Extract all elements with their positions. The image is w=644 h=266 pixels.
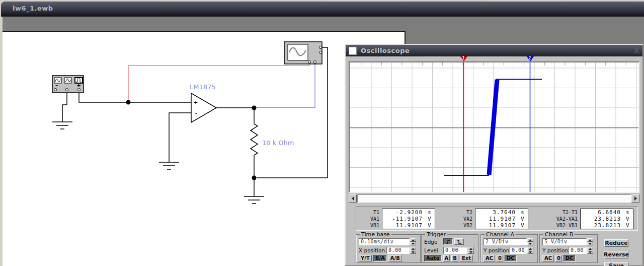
- spinner-up-icon[interactable]: [410, 247, 416, 250]
- scroll-right-button[interactable]: [631, 194, 639, 203]
- channel-b-scale-field[interactable]: 5 V/Div: [542, 238, 587, 245]
- fg-minus-terminal[interactable]: [54, 89, 57, 91]
- resistor-value-label[interactable]: 10 k Ohm: [262, 139, 294, 147]
- trigger-ext-button[interactable]: Ext: [460, 255, 473, 261]
- readout-value-box: -2.9200s -11.9107V -11.9107V: [382, 209, 435, 229]
- ground-symbol[interactable]: [159, 162, 179, 169]
- ground-symbol[interactable]: [52, 122, 72, 129]
- wire-opamp-minus-to-ground[interactable]: [169, 113, 191, 162]
- scroll-left-button[interactable]: [349, 194, 357, 203]
- mode-ab-button[interactable]: A/B: [388, 255, 402, 261]
- trigger-label: Trigger: [425, 231, 447, 238]
- save-button[interactable]: Save: [604, 262, 628, 266]
- channel-a-zero-button[interactable]: 0: [497, 255, 503, 261]
- channel-a-scale-field[interactable]: 2 V/Div: [484, 238, 527, 245]
- left-arrow-icon: [352, 196, 354, 201]
- spinner-up-icon[interactable]: [410, 238, 416, 242]
- function-generator-icon[interactable]: - +: [52, 76, 84, 93]
- spinner-down-icon[interactable]: [587, 242, 593, 245]
- mode-yt-button[interactable]: Y/T: [359, 255, 372, 261]
- mode-ba-button[interactable]: B/A: [373, 255, 387, 261]
- readout-group-3: T2-T1 VA2-VA1 VB2-VB1 6.6840s 23.8213V 2…: [548, 209, 633, 229]
- scope-horizontal-scrollbar[interactable]: [349, 194, 639, 203]
- channel-a-y-position-spinner[interactable]: [527, 247, 533, 254]
- cursor-2-marker[interactable]: 2: [527, 56, 534, 61]
- scope-ground-terminal[interactable]: [319, 46, 322, 49]
- channel-b-scale-spinner[interactable]: [587, 238, 593, 245]
- scope-channel-b-terminal[interactable]: [314, 61, 316, 63]
- oscilloscope-icon[interactable]: [284, 42, 322, 64]
- channel-a-ac-button[interactable]: AC: [484, 255, 495, 261]
- readout-group-1: T1 VA1 VB1 -2.9200s -11.9107V -11.9107V: [363, 209, 435, 229]
- channel-a-y-position-field[interactable]: 0.00: [510, 247, 527, 254]
- wire-fg-common-to-ground[interactable]: [62, 91, 67, 122]
- wire-fg-plus-to-node[interactable]: [79, 91, 128, 102]
- spinner-down-icon[interactable]: [587, 250, 593, 254]
- reverse-button[interactable]: Reverse: [604, 251, 628, 258]
- rising-edge-icon: [446, 240, 451, 244]
- spinner-up-icon[interactable]: [527, 247, 533, 250]
- trigger-a-button[interactable]: A: [443, 255, 450, 261]
- wire-channel-a[interactable]: [128, 63, 309, 102]
- readout-value: 6.6840: [581, 209, 626, 216]
- resistor[interactable]: [251, 108, 258, 178]
- channel-b-zero-button[interactable]: 0: [555, 255, 562, 261]
- spinner-down-icon[interactable]: [468, 250, 474, 254]
- trigger-b-button[interactable]: B: [451, 255, 458, 261]
- channel-b-y-position-field[interactable]: 0.00: [569, 247, 587, 254]
- trigger-auto-button[interactable]: Auto: [424, 255, 442, 261]
- reduce-button[interactable]: Reduce: [604, 239, 628, 247]
- time-base-scale-field[interactable]: 0.10ms/div: [359, 238, 410, 245]
- readout-value: 23.8213: [581, 222, 626, 229]
- opamp-label[interactable]: LM1875: [190, 83, 216, 91]
- scope-channel-a-terminal[interactable]: [308, 61, 311, 63]
- close-icon[interactable]: X: [633, 46, 639, 55]
- scrollbar-track[interactable]: [357, 194, 631, 203]
- readout-value: 11.9107: [475, 216, 521, 222]
- fg-plus-terminal[interactable]: [78, 89, 80, 91]
- spinner-down-icon[interactable]: [527, 242, 533, 245]
- y-position-label: Y position: [542, 247, 569, 253]
- channel-a-dc-button[interactable]: DC: [505, 255, 517, 261]
- x-position-label: X position: [359, 247, 386, 253]
- wire-scope-ground[interactable]: [257, 47, 328, 178]
- readout-label: VA2-VA1: [548, 216, 578, 222]
- spinner-up-icon[interactable]: [468, 247, 474, 250]
- spinner-up-icon[interactable]: [587, 238, 593, 242]
- edge-label: Edge: [424, 239, 443, 245]
- trigger-group: Trigger Edge Level 0.00 Auto: [421, 234, 478, 263]
- trigger-level-field[interactable]: 0.00: [443, 247, 467, 254]
- opamp-plus-input-label: +: [194, 99, 198, 106]
- x-position-spinner[interactable]: [410, 247, 416, 254]
- fg-common-terminal[interactable]: [66, 89, 68, 91]
- spinner-down-icon[interactable]: [410, 250, 416, 254]
- channel-a-scale-spinner[interactable]: [527, 238, 533, 245]
- time-base-scale-spinner[interactable]: [410, 238, 416, 245]
- readout-value: 3.7640: [475, 209, 521, 216]
- scope-grid-and-trace: [350, 62, 638, 192]
- channel-b-y-position-spinner[interactable]: [587, 247, 593, 254]
- trigger-rising-edge-button[interactable]: [443, 238, 453, 245]
- trigger-falling-edge-button[interactable]: [454, 238, 464, 245]
- x-position-field[interactable]: 0.00: [386, 247, 410, 254]
- cursor-1-marker[interactable]: 1: [460, 56, 467, 61]
- readout-unit: V: [626, 216, 633, 222]
- channel-b-dc-button[interactable]: DC: [564, 255, 576, 261]
- readout-value-box: 3.7640s 11.9107V 11.9107V: [475, 209, 528, 229]
- spinner-down-icon[interactable]: [527, 250, 533, 254]
- spinner-up-icon[interactable]: [527, 238, 533, 242]
- opamp-lm1875[interactable]: + -: [191, 93, 216, 122]
- readout-label: T1: [363, 209, 379, 216]
- oscilloscope-titlebar[interactable]: Oscilloscope X: [346, 45, 642, 56]
- trigger-level-spinner[interactable]: [468, 247, 474, 254]
- wire-channel-b[interactable]: [254, 63, 315, 108]
- readout-group-2: T2 VA2 VB2 3.7640s 11.9107V 11.9107V: [455, 209, 528, 229]
- channel-b-ac-button[interactable]: AC: [542, 255, 554, 261]
- scope-display: [349, 61, 639, 193]
- spinner-down-icon[interactable]: [410, 242, 416, 245]
- readout-label: T2: [455, 209, 472, 216]
- scope-trigger-terminal[interactable]: [319, 51, 322, 54]
- ground-symbol[interactable]: [244, 196, 264, 204]
- channel-a-group: Channel A 2 V/Div Y position 0.00 AC 0 D…: [480, 234, 538, 263]
- spinner-up-icon[interactable]: [587, 247, 593, 250]
